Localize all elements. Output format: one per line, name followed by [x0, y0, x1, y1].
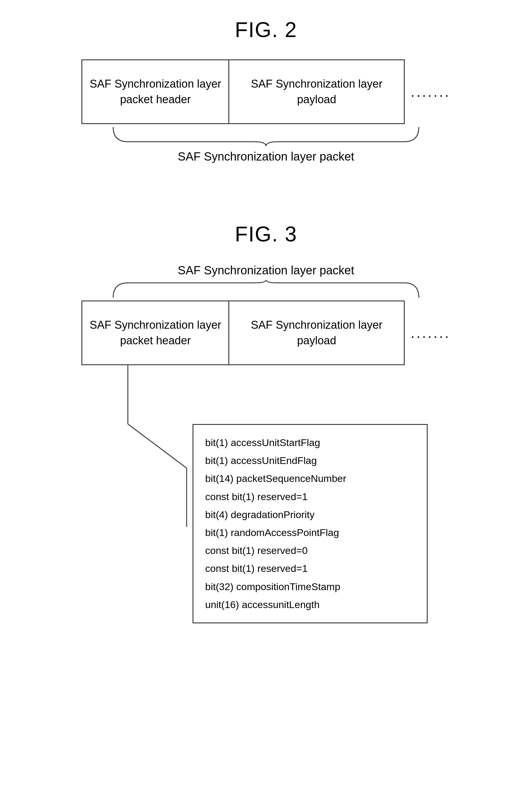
fig3-payload-text: SAF Synchronization layerpayload: [251, 317, 382, 349]
detail-item-3: const bit(1) reserved=1: [205, 488, 415, 506]
detail-item-4: bit(4) degradationPriority: [205, 506, 415, 524]
detail-item-9: unit(16) accessunitLength: [205, 596, 415, 614]
detail-item-7: const bit(1) reserved=1: [205, 559, 415, 577]
fig2-brace-container: SAF Synchronization layer packet: [104, 124, 428, 163]
svg-line-1: [128, 424, 187, 468]
fig2-packet-row: SAF Synchronization layerpacket header S…: [81, 59, 450, 124]
fig2-brace-svg: [104, 124, 428, 148]
fig3-container: FIG. 3 SAF Synchronization layer packet …: [35, 222, 497, 623]
fig3-top-brace-svg: [104, 280, 428, 300]
fig2-payload-text: SAF Synchronization layerpayload: [251, 76, 382, 107]
fig2-ellipsis: .......: [411, 84, 450, 100]
fig3-detail-box: bit(1) accessUnitStartFlag bit(1) access…: [192, 424, 428, 623]
detail-item-0: bit(1) accessUnitStartFlag: [205, 434, 415, 452]
detail-item-1: bit(1) accessUnitEndFlag: [205, 452, 415, 469]
fig3-packet-box: SAF Synchronization layerpacket header S…: [81, 300, 405, 365]
fig3-payload-cell: SAF Synchronization layerpayload: [229, 301, 404, 364]
page: FIG. 2 SAF Synchronization layerpacket h…: [0, 0, 532, 798]
fig2-packet-box: SAF Synchronization layerpacket header S…: [81, 59, 405, 124]
fig2-header-text: SAF Synchronization layerpacket header: [90, 76, 221, 107]
fig3-header-cell: SAF Synchronization layerpacket header: [82, 301, 229, 364]
fig2-header-cell: SAF Synchronization layerpacket header: [82, 60, 229, 123]
detail-item-5: bit(1) randomAccessPointFlag: [205, 524, 415, 542]
fig2-payload-cell: SAF Synchronization layerpayload: [229, 60, 404, 123]
fig2-brace-label: SAF Synchronization layer packet: [178, 150, 354, 163]
fig3-packet-row: SAF Synchronization layerpacket header S…: [81, 300, 450, 365]
fig3-detail-line-area: [104, 365, 192, 528]
fig3-packet-label: SAF Synchronization layer packet: [178, 264, 354, 277]
fig3-detail-wrapper: bit(1) accessUnitStartFlag bit(1) access…: [104, 365, 428, 623]
detail-item-8: bit(32) compositionTimeStamp: [205, 578, 415, 596]
fig3-detail-box-wrapper: bit(1) accessUnitStartFlag bit(1) access…: [192, 424, 428, 623]
fig3-title: FIG. 3: [235, 222, 297, 246]
fig2-title: FIG. 2: [235, 18, 297, 42]
fig3-header-text: SAF Synchronization layerpacket header: [90, 317, 221, 349]
fig3-detail-line-svg: [104, 365, 192, 527]
fig3-ellipsis: .......: [411, 325, 450, 341]
fig3-brace-top: [104, 280, 428, 300]
fig2-container: FIG. 2 SAF Synchronization layerpacket h…: [35, 18, 497, 163]
detail-item-6: const bit(1) reserved=0: [205, 542, 415, 559]
detail-item-2: bit(14) packetSequenceNumber: [205, 469, 415, 487]
